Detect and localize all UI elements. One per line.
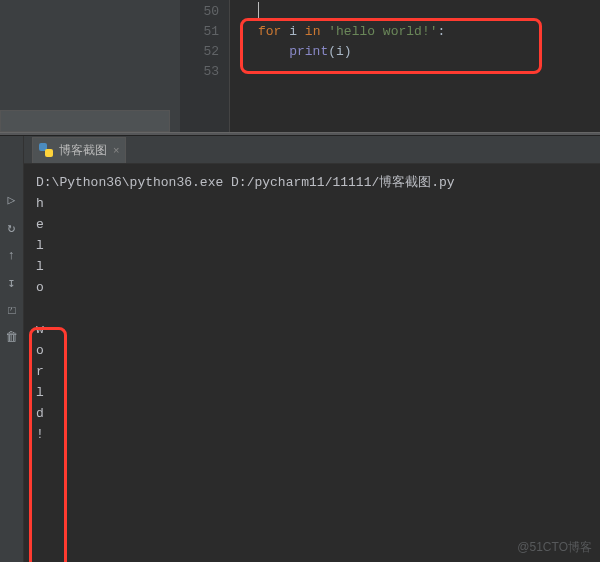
code-area[interactable]: for i in 'hello world!': print(i) (230, 0, 600, 132)
console-line (36, 298, 588, 319)
console-line: r (36, 361, 588, 382)
play-icon[interactable]: ▷ (8, 192, 16, 208)
line-number: 52 (180, 42, 219, 62)
code-line: for i in 'hello world!': (258, 22, 600, 42)
console-line: d (36, 403, 588, 424)
code-line: print(i) (258, 42, 600, 62)
download-icon[interactable]: ↧ (8, 275, 16, 291)
watermark: @51CTO博客 (517, 539, 592, 556)
console-output[interactable]: D:\Python36\python36.exe D:/pycharm11/11… (24, 164, 600, 453)
console-line: w (36, 319, 588, 340)
up-icon[interactable]: ↑ (8, 248, 16, 263)
console-line: ! (36, 424, 588, 445)
text-caret (258, 2, 259, 20)
console-line: l (36, 382, 588, 403)
code-line (258, 62, 600, 82)
restart-icon[interactable]: ↻ (8, 220, 16, 236)
run-tool-window: ▷ ↻ ↑ ↧ ⏍ 🗑 博客截图 × D:\Python36\python36.… (0, 136, 600, 562)
trash-icon[interactable]: 🗑 (5, 330, 18, 345)
python-icon (39, 143, 53, 157)
console-line: h (36, 193, 588, 214)
run-tab[interactable]: 博客截图 × (32, 137, 126, 163)
run-toolbar: ▷ ↻ ↑ ↧ ⏍ 🗑 (0, 136, 24, 562)
console-line: o (36, 340, 588, 361)
console-line: l (36, 256, 588, 277)
code-line (258, 2, 600, 22)
console-line: o (36, 277, 588, 298)
project-tool-strip (0, 0, 180, 132)
run-tab-label: 博客截图 (59, 142, 107, 159)
console-line: e (36, 214, 588, 235)
line-number: 51 (180, 22, 219, 42)
tool-strip-tab[interactable] (0, 110, 170, 132)
line-number: 50 (180, 2, 219, 22)
console-command: D:\Python36\python36.exe D:/pycharm11/11… (36, 172, 588, 193)
run-tab-bar: 博客截图 × (24, 136, 600, 164)
line-number-gutter: 50515253 (180, 0, 230, 132)
line-number: 53 (180, 62, 219, 82)
console-line: l (36, 235, 588, 256)
run-body: 博客截图 × D:\Python36\python36.exe D:/pycha… (24, 136, 600, 562)
close-icon[interactable]: × (113, 144, 119, 156)
exit-icon[interactable]: ⏍ (8, 303, 16, 318)
editor-pane: 50515253 for i in 'hello world!': print(… (0, 0, 600, 132)
